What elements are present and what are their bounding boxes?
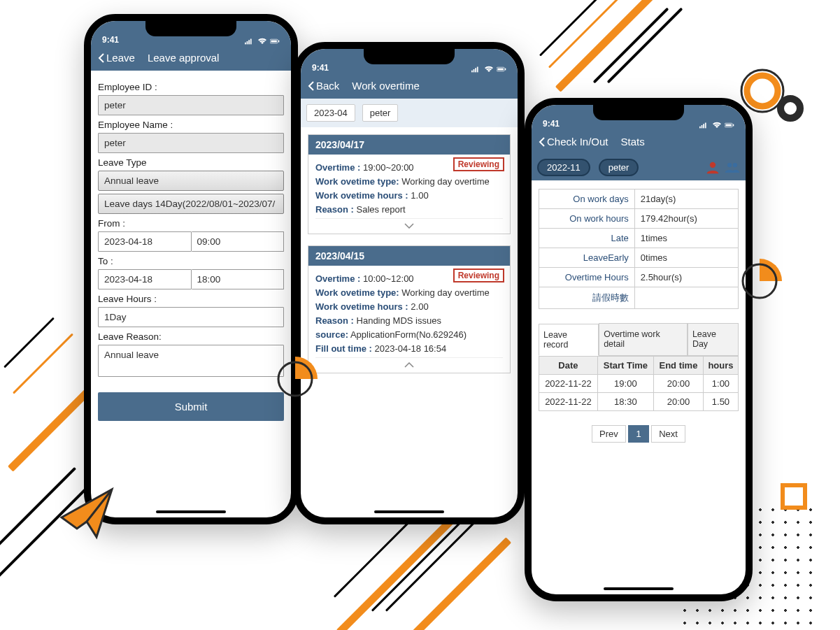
label-reason: Leave Reason: bbox=[98, 331, 284, 342]
back-button[interactable]: Back bbox=[308, 80, 339, 92]
page-title: Leave approval bbox=[148, 52, 220, 64]
pagination: Prev 1 Next bbox=[539, 425, 739, 443]
home-indicator bbox=[604, 587, 674, 590]
expand-button[interactable] bbox=[315, 218, 503, 232]
svg-point-2 bbox=[781, 99, 800, 118]
overtime-card: 2023/04/17 Reviewing Overtime : 19:00~20… bbox=[308, 134, 511, 234]
svg-rect-15 bbox=[278, 41, 279, 43]
svg-rect-8 bbox=[783, 485, 805, 508]
pager-current[interactable]: 1 bbox=[628, 425, 648, 443]
emp-id-field[interactable]: peter bbox=[98, 95, 284, 115]
status-time: 9:41 bbox=[102, 35, 119, 45]
svg-rect-11 bbox=[248, 40, 250, 44]
table-row: 2022-11-22 18:30 20:00 1.50 bbox=[539, 393, 739, 411]
label-leave-type: Leave Type bbox=[98, 157, 284, 168]
filter-bar: 2022-11 peter bbox=[532, 155, 746, 180]
page-title: Work overtime bbox=[352, 80, 419, 92]
from-date-field[interactable]: 2023-04-18 bbox=[98, 231, 192, 252]
nav-bar: Check In/Out Stats bbox=[532, 130, 746, 155]
overtime-list: 2023-04 peter 2023/04/17 Reviewing Overt… bbox=[301, 99, 518, 508]
svg-rect-21 bbox=[497, 69, 503, 71]
detail-tabs: Leave record Overtime work detail Leave … bbox=[539, 323, 739, 356]
from-time-field[interactable]: 09:00 bbox=[192, 231, 285, 252]
home-indicator bbox=[156, 510, 226, 513]
pager-prev[interactable]: Prev bbox=[592, 425, 626, 443]
back-button[interactable]: Leave bbox=[98, 52, 135, 64]
leave-hours-field[interactable]: 1Day bbox=[98, 307, 284, 327]
signal-icon bbox=[699, 122, 709, 129]
tab-leave-record[interactable]: Leave record bbox=[539, 324, 599, 356]
filter-bar: 2023-04 peter bbox=[301, 99, 518, 127]
status-badge: Reviewing bbox=[453, 157, 504, 171]
card-date: 2023/04/15 bbox=[308, 246, 510, 266]
stats-content: 2022-11 peter On work days21day(s) On wo… bbox=[532, 155, 746, 585]
card-date: 2023/04/17 bbox=[308, 135, 510, 155]
wifi-icon bbox=[712, 122, 722, 129]
notch bbox=[364, 49, 455, 64]
leave-days-select[interactable]: Leave days 14Day(2022/08/01~2023/07/ bbox=[98, 194, 284, 214]
svg-point-30 bbox=[710, 162, 716, 167]
svg-rect-23 bbox=[699, 127, 701, 129]
back-label: Leave bbox=[106, 52, 135, 64]
table-row: 2022-11-22 19:00 20:00 1:00 bbox=[539, 375, 739, 393]
back-label: Check In/Out bbox=[547, 136, 608, 148]
tab-overtime-detail[interactable]: Overtime work detail bbox=[599, 323, 688, 355]
home-indicator bbox=[374, 510, 444, 513]
signal-icon bbox=[471, 66, 481, 73]
svg-rect-18 bbox=[475, 68, 476, 72]
nav-bar: Leave Leave approval bbox=[91, 46, 291, 71]
status-icons bbox=[699, 122, 734, 129]
chevron-left-icon bbox=[308, 81, 315, 91]
svg-rect-14 bbox=[271, 41, 276, 43]
svg-rect-28 bbox=[725, 124, 731, 127]
battery-icon bbox=[270, 38, 280, 45]
group-icon[interactable] bbox=[725, 161, 740, 175]
svg-rect-10 bbox=[247, 41, 248, 44]
svg-rect-24 bbox=[702, 125, 703, 128]
svg-rect-22 bbox=[505, 69, 506, 71]
battery-icon bbox=[725, 122, 734, 129]
person-icon[interactable] bbox=[705, 161, 720, 175]
submit-button[interactable]: Submit bbox=[98, 392, 284, 421]
svg-rect-9 bbox=[245, 43, 246, 45]
svg-rect-29 bbox=[733, 124, 734, 127]
wifi-icon bbox=[484, 66, 494, 73]
wifi-icon bbox=[257, 38, 267, 45]
pager-next[interactable]: Next bbox=[651, 425, 685, 443]
filter-month[interactable]: 2022-11 bbox=[537, 159, 590, 176]
to-time-field[interactable]: 18:00 bbox=[192, 269, 285, 289]
phone-stats: 9:41 Check In/Out Stats 2022-11 peter On… bbox=[525, 98, 753, 601]
emp-name-field[interactable]: peter bbox=[98, 133, 284, 153]
filter-month[interactable]: 2023-04 bbox=[306, 104, 355, 122]
col-hours: hours bbox=[703, 357, 738, 375]
svg-rect-25 bbox=[703, 124, 704, 128]
filter-name[interactable]: peter bbox=[362, 104, 399, 122]
status-time: 9:41 bbox=[312, 63, 329, 73]
back-button[interactable]: Check In/Out bbox=[539, 136, 608, 148]
chevron-down-icon bbox=[404, 223, 414, 229]
leave-type-select[interactable]: Annual leave bbox=[98, 171, 284, 191]
leave-reason-field[interactable]: Annual leave bbox=[98, 345, 284, 377]
to-date-field[interactable]: 2023-04-18 bbox=[98, 269, 192, 289]
svg-rect-26 bbox=[705, 123, 706, 129]
phone-work-overtime: 9:41 Back Work overtime 2023-04 peter 20… bbox=[294, 42, 525, 524]
back-label: Back bbox=[316, 80, 339, 92]
overtime-card: 2023/04/15 Reviewing Overtime : 10:00~12… bbox=[308, 245, 511, 373]
phone-leave-approval: 9:41 Leave Leave approval Employee ID : … bbox=[84, 14, 298, 524]
svg-point-31 bbox=[727, 162, 732, 166]
battery-icon bbox=[497, 66, 506, 73]
status-icons bbox=[245, 38, 280, 45]
collapse-button[interactable] bbox=[315, 357, 503, 371]
col-end: End time bbox=[654, 357, 704, 375]
tab-leave-day[interactable]: Leave Day bbox=[688, 323, 739, 355]
chevron-up-icon bbox=[404, 362, 414, 368]
detail-table: Date Start Time End time hours 2022-11-2… bbox=[539, 356, 739, 411]
label-from: From : bbox=[98, 218, 284, 229]
svg-rect-17 bbox=[474, 69, 475, 72]
status-icons bbox=[471, 66, 506, 73]
svg-rect-19 bbox=[477, 67, 478, 73]
stats-summary-table: On work days21day(s) On work hours179.42… bbox=[539, 189, 739, 309]
filter-name[interactable]: peter bbox=[599, 159, 639, 176]
chevron-left-icon bbox=[539, 137, 546, 147]
label-to: To : bbox=[98, 256, 284, 266]
